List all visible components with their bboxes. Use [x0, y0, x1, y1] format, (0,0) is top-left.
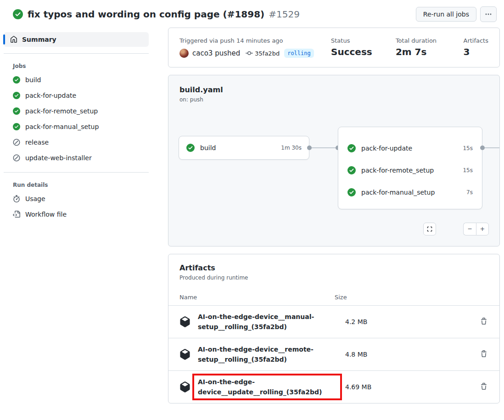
sidebar-job-pack-for-remote-setup[interactable]: pack-for-remote_setup — [0, 103, 157, 119]
job-label: pack-for-update — [25, 92, 76, 99]
workflow-trigger: on: push — [179, 96, 488, 103]
graph-edge-line — [309, 147, 338, 148]
workflow-file-name: build.yaml — [179, 85, 488, 94]
graph-node-label: pack-for-remote_setup — [361, 167, 434, 174]
graph-controls: − + — [423, 223, 489, 235]
stat-label: Total duration — [396, 37, 442, 44]
skip-circle-icon — [13, 139, 20, 146]
check-circle-icon — [347, 144, 356, 152]
graph-node-label: build — [200, 144, 216, 151]
package-icon — [179, 349, 190, 360]
skip-circle-icon — [13, 154, 20, 162]
job-label: update-web-installer — [25, 154, 92, 162]
trash-icon — [480, 318, 487, 325]
check-circle-icon — [13, 9, 23, 19]
stat-value: 3 — [463, 46, 488, 57]
zoom-in-button[interactable]: + — [476, 223, 489, 235]
rerun-all-jobs-button[interactable]: Re-run all jobs — [416, 7, 476, 22]
sidebar-job-release[interactable]: release — [0, 134, 157, 150]
column-header-size: Size — [335, 294, 347, 301]
run-detail-label: Usage — [25, 195, 45, 202]
sidebar-job-update-web-installer[interactable]: update-web-installer — [0, 150, 157, 166]
workflow-run-page: fix typos and wording on config page (#1… — [0, 0, 504, 420]
graph-edge-line — [485, 147, 500, 148]
artifact-name-link[interactable]: AI-on-the-edge-device__remote-setup__rol… — [198, 344, 342, 365]
triggered-text: Triggered via push 14 minutes ago — [179, 37, 331, 44]
graph-node-duration: 7s — [466, 189, 473, 196]
artifact-name-link[interactable]: AI-on-the-edge-device__manual-setup__rol… — [198, 312, 342, 332]
graph-node-pack-for-manual-setup[interactable]: pack-for-manual_setup 7s — [338, 181, 482, 203]
graph-node-pack-for-update[interactable]: pack-for-update 15s — [338, 137, 482, 159]
artifact-size: 4.8 MB — [345, 351, 414, 358]
home-icon — [10, 36, 17, 43]
screen-full-icon — [426, 226, 433, 232]
run-number: #1529 — [269, 9, 300, 20]
workflow-graph-card: build.yaml on: push build 1m 30s pack-fo… — [168, 75, 500, 246]
avatar[interactable] — [179, 49, 189, 58]
stat-label: Status — [331, 37, 374, 44]
stat-label: Artifacts — [463, 37, 488, 44]
pushed-text: caco3 pushed — [192, 49, 240, 57]
trash-icon — [480, 383, 487, 390]
sidebar-job-pack-for-manual-setup[interactable]: pack-for-manual_setup — [0, 119, 157, 134]
sidebar-job-build[interactable]: build — [0, 72, 157, 88]
sidebar-job-pack-for-update[interactable]: pack-for-update — [0, 88, 157, 103]
artifact-size: 4.2 MB — [345, 318, 414, 325]
package-icon — [179, 381, 190, 392]
kebab-menu-button[interactable] — [480, 6, 497, 22]
run-header: fix typos and wording on config page (#1… — [0, 0, 504, 28]
sidebar-divider — [4, 53, 149, 54]
graph-edge-dot — [480, 146, 485, 150]
graph-node-pack-for-remote-setup[interactable]: pack-for-remote_setup 15s — [338, 159, 482, 181]
delete-artifact-button[interactable] — [479, 349, 488, 360]
artifact-size: 4.69 MB — [345, 383, 414, 391]
artifact-row: AI-on-the-edge-device__remote-setup__rol… — [168, 338, 499, 370]
zoom-out-button[interactable]: − — [463, 223, 476, 235]
graph-node-label: pack-for-update — [361, 145, 412, 152]
annotation-highlight-box: AI-on-the-edge-device__update__rolling_(… — [192, 374, 342, 401]
graph-node-build[interactable]: build 1m 30s — [179, 136, 309, 160]
artifact-name-link[interactable]: AI-on-the-edge-device__update__rolling_(… — [198, 377, 336, 398]
sidebar-divider — [4, 172, 149, 173]
sidebar-item-usage[interactable]: Usage — [0, 191, 157, 207]
page-title: fix typos and wording on config page (#1… — [28, 9, 264, 20]
job-label: build — [25, 76, 41, 84]
job-label: pack-for-manual_setup — [25, 123, 99, 130]
graph-node-duration: 15s — [463, 167, 473, 174]
trash-icon — [480, 350, 487, 358]
duration-stat: Total duration 2m 7s — [396, 37, 442, 57]
job-label: release — [25, 139, 49, 146]
stat-value: 2m 7s — [396, 46, 442, 57]
run-details-heading: Run details — [13, 182, 149, 188]
job-label: pack-for-remote_setup — [25, 107, 98, 115]
stat-value: Success — [331, 46, 374, 57]
status-stat: Status Success — [331, 37, 374, 57]
artifacts-card: Artifacts Produced during runtime Name S… — [168, 254, 500, 403]
fullscreen-button[interactable] — [423, 223, 436, 235]
artifact-row: AI-on-the-edge-device__manual-setup__rol… — [168, 305, 499, 338]
branch-badge[interactable]: rolling — [284, 49, 314, 58]
sidebar-item-summary[interactable]: Summary — [4, 32, 149, 47]
stopwatch-icon — [13, 195, 20, 202]
artifacts-table-header: Name Size — [168, 289, 499, 305]
sidebar-item-workflow-file[interactable]: Workflow file — [0, 207, 157, 222]
check-circle-icon — [186, 144, 195, 152]
check-circle-icon — [13, 92, 20, 99]
graph-node-duration: 1m 30s — [281, 145, 302, 151]
commit-sha-link[interactable]: 35fa2bd — [255, 50, 280, 57]
delete-artifact-button[interactable] — [479, 317, 488, 327]
file-code-icon — [13, 211, 20, 218]
git-commit-icon — [246, 50, 253, 57]
graph-edge-dot — [307, 146, 312, 150]
jobs-heading: Jobs — [13, 63, 149, 69]
check-circle-icon — [347, 188, 356, 196]
check-circle-icon — [347, 166, 356, 174]
package-icon — [179, 316, 190, 327]
selected-accent-bar — [3, 34, 5, 45]
artifact-row-highlighted: AI-on-the-edge-device__update__rolling_(… — [168, 370, 499, 403]
main-content: Triggered via push 14 minutes ago caco3 … — [168, 28, 500, 403]
delete-artifact-button[interactable] — [479, 382, 488, 392]
run-summary-card: Triggered via push 14 minutes ago caco3 … — [168, 28, 500, 67]
graph-node-duration: 15s — [463, 145, 473, 151]
run-detail-label: Workflow file — [25, 211, 67, 218]
